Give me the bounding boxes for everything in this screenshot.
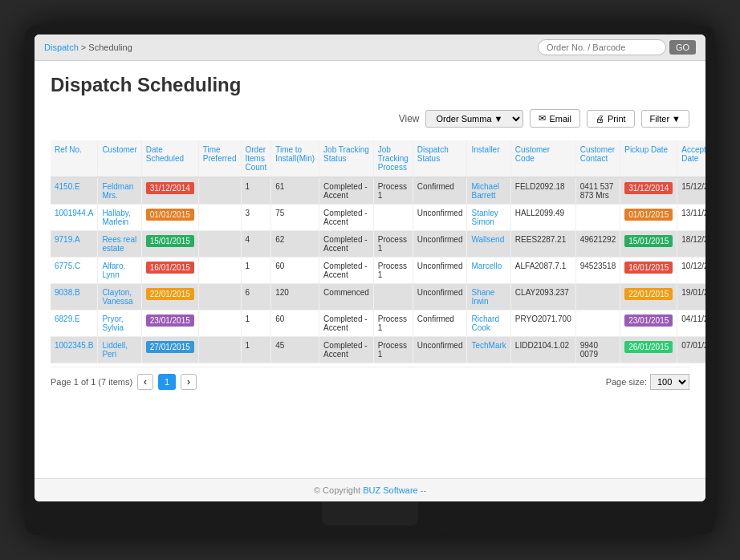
cell-accepted-date: 15/12/2014 [677,177,705,205]
cell-customer: Pryor, Sylvia [98,310,141,337]
cell-customer-contact: 49621292 [575,231,620,258]
ref-link[interactable]: 6775.C [55,262,80,270]
cell-pickup-date: 22/01/2015 [620,284,677,310]
installer-link[interactable]: Stanley Simon [471,209,498,226]
ref-link[interactable]: 9719.A [55,235,80,244]
cell-time-install: 60 [271,258,319,284]
cell-job-process: Process 1 [373,258,413,284]
customer-link[interactable]: Pryor, Sylvia [102,314,124,332]
cell-dispatch: Confirmed [413,177,467,205]
cell-customer-contact [575,310,620,337]
cell-order-items: 6 [241,284,271,310]
cell-job-process: Process 1 [373,310,413,337]
cell-job-process [373,284,413,310]
ref-link[interactable]: 6829.E [55,314,80,323]
footer: © Copyright BUZ Software -- [35,478,705,501]
cell-order-items: 1 [241,337,271,363]
cell-customer-code: PRYO2071.700 [510,310,575,337]
cell-order-items: 1 [241,258,271,284]
pickup-date-badge: 16/01/2015 [624,262,673,274]
table-row: 1002345.B Liddell, Peri 27/01/2015 1 45 … [51,337,705,363]
search-input[interactable] [538,39,666,55]
cell-customer-code: CLAY2093.237 [510,284,575,310]
cell-date-scheduled: 27/01/2015 [141,337,198,363]
cell-dispatch: Unconfirmed [413,231,467,258]
breadcrumb-dispatch[interactable]: Dispatch [44,43,79,52]
col-time-preferred: Time Preferred [198,140,241,177]
col-time-install: Time to Install(Min) [271,140,319,177]
ref-link[interactable]: 1002345.B [55,341,93,350]
col-customer: Customer [98,140,141,177]
cell-time-install: 120 [271,284,319,310]
col-pickup-date: Pickup Date [620,140,677,177]
cell-time-install: 45 [271,337,319,363]
table-row: 9719.A Rees real estate 15/01/2015 4 62 … [51,231,705,258]
data-table: Ref No. Customer Date Scheduled Time Pre… [51,140,705,363]
customer-link[interactable]: Clayton, Vanessa [102,288,132,306]
customer-link[interactable]: Hallaby, Marlein [102,209,130,226]
cell-time-preferred [198,205,241,231]
cell-customer-code: REES2287.21 [510,231,575,258]
col-order-items: Order Items Count [241,140,271,177]
col-date-scheduled: Date Scheduled [141,140,198,177]
brand-link[interactable]: BUZ Software [363,485,417,495]
prev-page-button[interactable]: ‹ [137,374,153,390]
toolbar: View Order Summa ▼ ✉ Email 🖨 Print Filte… [51,109,689,128]
table-row: 6829.E Pryor, Sylvia 23/01/2015 1 60 Com… [51,310,705,337]
cell-job-process: Process 1 [373,231,413,258]
installer-link[interactable]: TechMark [471,341,506,350]
cell-pickup-date: 01/01/2015 [620,205,677,231]
cell-customer-contact: 94523518 [575,258,620,284]
col-accepted-date: Accepted Date [677,140,705,177]
installer-link[interactable]: Richard Cook [471,314,498,332]
cell-accepted-date: 04/11/2014 [677,310,705,337]
installer-link[interactable]: Michael Barrett [471,182,498,200]
cell-customer-code: LIDD2104.1.02 [510,337,575,363]
cell-job-tracking: Completed - Accent [319,310,374,337]
ref-link[interactable]: 4150.E [55,182,80,191]
cell-installer: Michael Barrett [467,177,510,205]
cell-dispatch: Unconfirmed [413,258,467,284]
main-content: Dispatch Scheduling View Order Summa ▼ ✉… [35,61,705,478]
cell-installer: TechMark [467,337,510,363]
view-select[interactable]: Order Summa ▼ [425,110,523,128]
next-page-button[interactable]: › [181,374,197,390]
cell-job-tracking: Completed - Accent [319,231,374,258]
col-customer-contact: Customer Contact [575,140,620,177]
cell-customer-contact [575,205,620,231]
cell-ref: 9038.B [51,284,98,310]
email-button[interactable]: ✉ Email [530,109,580,128]
copyright-text: © Copyright [314,485,363,495]
cell-dispatch: Unconfirmed [413,205,467,231]
cell-customer: Clayton, Vanessa [98,284,141,310]
customer-link[interactable]: Liddell, Peri [102,341,128,359]
cell-date-scheduled: 22/01/2015 [141,284,198,310]
installer-link[interactable]: Marcello [471,262,502,270]
pickup-date-badge: 15/01/2015 [624,235,673,247]
cell-job-tracking: Completed - Accent [319,258,374,284]
customer-link[interactable]: Rees real estate [102,235,136,253]
cell-customer: Rees real estate [98,231,141,258]
customer-link[interactable]: Alfaro, Lynn [102,262,125,279]
filter-button[interactable]: Filter ▼ [641,110,689,128]
page-size-select[interactable]: 100 [650,374,689,390]
cell-pickup-date: 15/01/2015 [620,231,677,258]
ref-link[interactable]: 9038.B [55,288,80,297]
cell-ref: 1002345.B [51,337,98,363]
cell-ref: 9719.A [51,231,98,258]
go-button[interactable]: GO [669,40,696,55]
cell-customer-contact [575,284,620,310]
table-row: 1001944.A Hallaby, Marlein 01/01/2015 3 … [51,205,705,231]
installer-link[interactable]: Shane Irwin [471,288,494,306]
customer-link[interactable]: Feldman Mrs. [102,182,133,200]
cell-order-items: 1 [241,310,271,337]
cell-accepted-date: 18/12/2014 [677,231,705,258]
installer-link[interactable]: Wallsend [471,235,504,244]
ref-link[interactable]: 1001944.A [55,209,93,217]
col-job-process: Job Tracking Process [373,140,413,177]
email-icon: ✉ [539,113,546,124]
cell-date-scheduled: 15/01/2015 [141,231,198,258]
cell-customer-code: FELD2092.18 [510,177,575,205]
cell-time-install: 60 [271,310,319,337]
print-button[interactable]: 🖨 Print [587,110,635,128]
